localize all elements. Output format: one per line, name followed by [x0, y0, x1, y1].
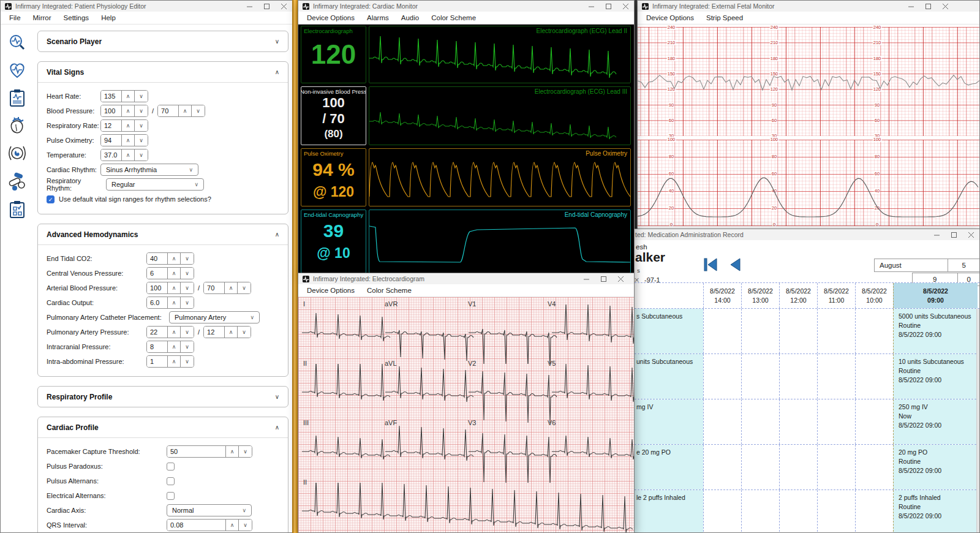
menu-item[interactable]: Audio: [395, 12, 425, 23]
section-header[interactable]: Advanced Hemodynamics∧: [38, 224, 288, 244]
admin-cell[interactable]: [741, 309, 779, 353]
admin-cell[interactable]: [855, 354, 893, 399]
cardiac-rhythm-icon[interactable]: [7, 61, 27, 80]
bp-diastolic-stepper[interactable]: 70∧∨: [157, 105, 205, 117]
chevron-down-icon[interactable]: ∨: [275, 38, 279, 45]
heart-rate-stepper[interactable]: 135∧∨: [100, 90, 148, 102]
pap-diastolic-stepper[interactable]: 12∧∨: [203, 326, 251, 338]
maximize-icon[interactable]: [595, 273, 612, 284]
abp-diastolic-stepper[interactable]: 70∧∨: [203, 282, 251, 294]
menu-item[interactable]: File: [3, 12, 27, 23]
pa-catheter-select[interactable]: Pulmonary Artery∨: [169, 311, 260, 323]
current-admin-cell[interactable]: 250 mg IVNow8/5/2022 09:00: [893, 399, 978, 444]
current-admin-cell[interactable]: 10 units SubcutaneousRoutine8/5/2022 09:…: [893, 354, 978, 399]
temperature-stepper[interactable]: 37.0∧∨: [100, 149, 148, 161]
chevron-up-icon[interactable]: ∧: [275, 231, 279, 238]
medications-icon[interactable]: [7, 171, 28, 192]
resp-rhythm-select[interactable]: Regular∨: [106, 178, 204, 191]
etco2-stepper[interactable]: 40∧∨: [146, 252, 194, 265]
close-icon[interactable]: [937, 1, 954, 12]
admin-cell[interactable]: [703, 354, 741, 399]
chevron-up-icon[interactable]: ∧: [275, 424, 279, 431]
qrs-interval-stepper[interactable]: 0.08∧∨: [167, 519, 252, 531]
admin-cell[interactable]: [703, 490, 741, 533]
titlebar[interactable]: Infirmary Integrated: Cardiac Monitor: [298, 1, 634, 12]
current-admin-cell[interactable]: 2 puffs InhaledRoutine8/5/2022 09:00: [893, 490, 978, 533]
minimize-icon[interactable]: [582, 1, 600, 12]
respiratory-chart-icon[interactable]: [8, 88, 26, 108]
default-ranges-checkbox[interactable]: ✓: [47, 195, 55, 203]
cardiac-anatomy-icon[interactable]: [7, 116, 27, 135]
close-icon[interactable]: [617, 1, 634, 12]
minimize-icon[interactable]: [578, 273, 595, 284]
previous-page-button[interactable]: [727, 257, 743, 273]
iap-stepper[interactable]: 1∧∨: [146, 355, 194, 368]
cardiac-output-stepper[interactable]: 6.0∧∨: [146, 297, 194, 309]
pap-systolic-stepper[interactable]: 22∧∨: [146, 326, 194, 338]
chevron-up-icon[interactable]: ∧: [275, 69, 279, 75]
section-header[interactable]: Scenario Player∨: [38, 31, 288, 51]
cardiac-axis-select[interactable]: Normal∨: [167, 504, 252, 516]
cardiac-rhythm-select[interactable]: Sinus Arrhythmia∨: [100, 164, 198, 176]
menu-item[interactable]: Alarms: [361, 12, 395, 23]
section-header[interactable]: Respiratory Profile∨: [38, 387, 288, 407]
close-icon[interactable]: [275, 1, 292, 12]
admin-cell[interactable]: [779, 354, 817, 399]
admin-cell[interactable]: [703, 309, 741, 353]
admin-cell[interactable]: [703, 445, 741, 490]
abp-systolic-stepper[interactable]: 100∧∨: [146, 282, 194, 294]
admin-cell[interactable]: [817, 399, 855, 444]
admin-cell[interactable]: [741, 354, 779, 399]
menu-item[interactable]: Color Scheme: [361, 285, 418, 296]
titlebar[interactable]: Infirmary Integrated: Electrocardiogram: [298, 273, 634, 284]
menu-item[interactable]: Help: [95, 12, 122, 23]
admin-cell[interactable]: [855, 399, 893, 444]
editor-scrollbar[interactable]: [292, 0, 298, 533]
minimize-icon[interactable]: [902, 1, 919, 12]
admin-cell[interactable]: [779, 490, 817, 533]
chevron-down-icon[interactable]: ∨: [275, 393, 279, 400]
obstetric-icon[interactable]: [7, 143, 27, 163]
admin-cell[interactable]: [741, 445, 779, 490]
pulsus-paradoxus-checkbox[interactable]: [167, 463, 175, 471]
electrical-alternans-checkbox[interactable]: [167, 492, 175, 500]
close-icon[interactable]: [962, 229, 979, 240]
day-field[interactable]: 5: [948, 259, 980, 271]
section-header[interactable]: Vital Signs∧: [38, 62, 288, 82]
maximize-icon[interactable]: [600, 1, 617, 12]
titlebar[interactable]: Infirmary Integrated: External Fetal Mon…: [638, 1, 979, 12]
menu-item[interactable]: Device Options: [301, 285, 361, 296]
titlebar[interactable]: Infirmary Integrated: Patient Physiology…: [1, 1, 292, 12]
menu-item[interactable]: Color Scheme: [425, 12, 482, 23]
admin-cell[interactable]: [855, 445, 893, 490]
minimize-icon[interactable]: [928, 229, 945, 240]
menu-item[interactable]: Settings: [58, 12, 96, 23]
admin-cell[interactable]: [779, 445, 817, 490]
admin-cell[interactable]: [817, 445, 855, 490]
icp-stepper[interactable]: 8∧∨: [146, 341, 194, 353]
admin-cell[interactable]: [817, 309, 855, 353]
menu-item[interactable]: Mirror: [27, 12, 58, 23]
date-picker[interactable]: August 5: [874, 259, 980, 272]
admin-cell[interactable]: [855, 309, 893, 353]
checklist-icon[interactable]: [8, 200, 26, 219]
pulse-ox-stepper[interactable]: 94∧∨: [100, 134, 148, 146]
first-page-button[interactable]: [703, 257, 718, 273]
mar-scrollbar[interactable]: [976, 309, 979, 532]
current-admin-cell[interactable]: 5000 units SubcutaneousRoutine8/5/2022 0…: [893, 309, 978, 353]
menu-item[interactable]: Device Options: [301, 12, 361, 23]
month-field[interactable]: August: [875, 259, 948, 271]
maximize-icon[interactable]: [945, 229, 962, 240]
bp-systolic-stepper[interactable]: 100∧∨: [100, 105, 148, 117]
current-admin-cell[interactable]: 20 mg PORoutine8/5/2022 09:00: [893, 445, 978, 490]
maximize-icon[interactable]: [919, 1, 937, 12]
admin-cell[interactable]: [817, 490, 855, 533]
admin-cell[interactable]: [779, 309, 817, 353]
admin-cell[interactable]: [741, 490, 779, 533]
resp-rate-stepper[interactable]: 12∧∨: [100, 119, 148, 132]
pulsus-alternans-checkbox[interactable]: [167, 477, 175, 485]
pacemaker-threshold-stepper[interactable]: 50∧∨: [167, 445, 252, 458]
admin-cell[interactable]: [741, 399, 779, 444]
section-header[interactable]: Cardiac Profile∧: [38, 417, 288, 437]
admin-cell[interactable]: [855, 490, 893, 533]
